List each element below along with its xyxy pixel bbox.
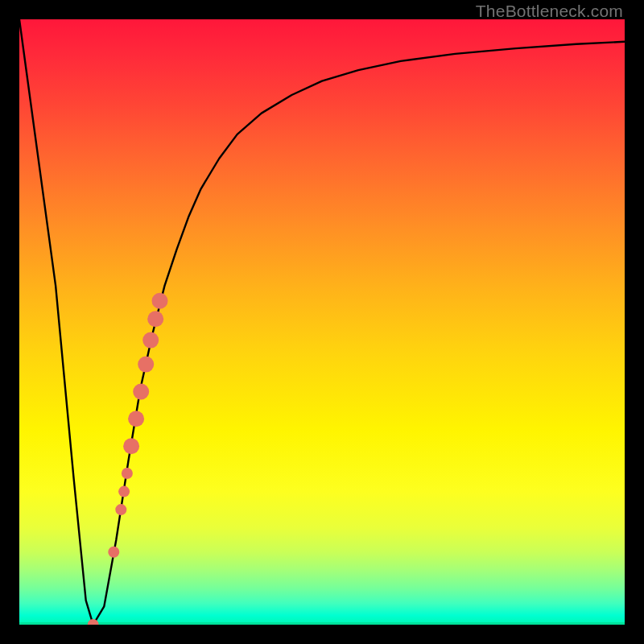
- marker-dot: [142, 332, 159, 349]
- marker-dot: [115, 504, 126, 515]
- marker-dot: [123, 438, 139, 454]
- marker-dot: [138, 357, 154, 373]
- marker-dot: [152, 293, 168, 309]
- watermark-text: TheBottleneck.com: [476, 2, 623, 21]
- marker-dot: [122, 468, 133, 479]
- chart-svg: [19, 19, 625, 625]
- marker-dot: [108, 547, 119, 558]
- chart-frame: TheBottleneck.com: [0, 0, 644, 644]
- marker-dot: [118, 486, 130, 497]
- bottleneck-curve: [19, 19, 625, 625]
- highlighted-points: [88, 293, 168, 625]
- marker-dot: [128, 411, 144, 427]
- curve-line: [19, 19, 625, 625]
- marker-dot: [147, 311, 163, 327]
- plot-area: [19, 19, 625, 625]
- marker-dot: [133, 384, 149, 400]
